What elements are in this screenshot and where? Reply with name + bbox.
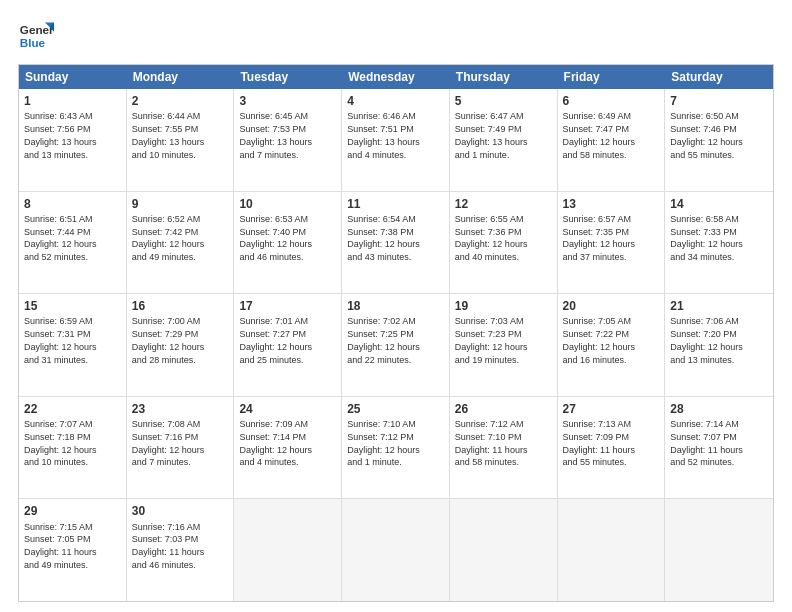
day-number: 15: [24, 298, 121, 314]
calendar-day-empty: [558, 499, 666, 601]
day-number: 13: [563, 196, 660, 212]
calendar-week-3: 15Sunrise: 6:59 AM Sunset: 7:31 PM Dayli…: [19, 294, 773, 397]
calendar-week-2: 8Sunrise: 6:51 AM Sunset: 7:44 PM Daylig…: [19, 192, 773, 295]
day-info: Sunrise: 7:01 AM Sunset: 7:27 PM Dayligh…: [239, 316, 312, 364]
day-number: 4: [347, 93, 444, 109]
day-info: Sunrise: 7:07 AM Sunset: 7:18 PM Dayligh…: [24, 419, 97, 467]
day-number: 26: [455, 401, 552, 417]
day-info: Sunrise: 7:14 AM Sunset: 7:07 PM Dayligh…: [670, 419, 743, 467]
logo: General Blue: [18, 18, 58, 54]
day-info: Sunrise: 6:50 AM Sunset: 7:46 PM Dayligh…: [670, 111, 743, 159]
calendar-day-17: 17Sunrise: 7:01 AM Sunset: 7:27 PM Dayli…: [234, 294, 342, 396]
day-info: Sunrise: 6:55 AM Sunset: 7:36 PM Dayligh…: [455, 214, 528, 262]
day-info: Sunrise: 7:05 AM Sunset: 7:22 PM Dayligh…: [563, 316, 636, 364]
day-number: 8: [24, 196, 121, 212]
calendar-day-empty: [234, 499, 342, 601]
calendar-day-28: 28Sunrise: 7:14 AM Sunset: 7:07 PM Dayli…: [665, 397, 773, 499]
calendar-day-16: 16Sunrise: 7:00 AM Sunset: 7:29 PM Dayli…: [127, 294, 235, 396]
calendar-day-4: 4Sunrise: 6:46 AM Sunset: 7:51 PM Daylig…: [342, 89, 450, 191]
day-info: Sunrise: 6:49 AM Sunset: 7:47 PM Dayligh…: [563, 111, 636, 159]
day-number: 7: [670, 93, 768, 109]
day-number: 27: [563, 401, 660, 417]
day-number: 25: [347, 401, 444, 417]
calendar-week-5: 29Sunrise: 7:15 AM Sunset: 7:05 PM Dayli…: [19, 499, 773, 601]
calendar-day-3: 3Sunrise: 6:45 AM Sunset: 7:53 PM Daylig…: [234, 89, 342, 191]
day-number: 2: [132, 93, 229, 109]
calendar-day-5: 5Sunrise: 6:47 AM Sunset: 7:49 PM Daylig…: [450, 89, 558, 191]
day-number: 23: [132, 401, 229, 417]
header-day-sunday: Sunday: [19, 65, 127, 89]
day-number: 24: [239, 401, 336, 417]
calendar-day-14: 14Sunrise: 6:58 AM Sunset: 7:33 PM Dayli…: [665, 192, 773, 294]
calendar-day-18: 18Sunrise: 7:02 AM Sunset: 7:25 PM Dayli…: [342, 294, 450, 396]
day-info: Sunrise: 6:52 AM Sunset: 7:42 PM Dayligh…: [132, 214, 205, 262]
calendar-day-29: 29Sunrise: 7:15 AM Sunset: 7:05 PM Dayli…: [19, 499, 127, 601]
day-info: Sunrise: 7:09 AM Sunset: 7:14 PM Dayligh…: [239, 419, 312, 467]
day-number: 30: [132, 503, 229, 519]
calendar-header: SundayMondayTuesdayWednesdayThursdayFrid…: [19, 65, 773, 89]
day-info: Sunrise: 7:00 AM Sunset: 7:29 PM Dayligh…: [132, 316, 205, 364]
day-number: 9: [132, 196, 229, 212]
calendar-day-empty: [450, 499, 558, 601]
day-info: Sunrise: 6:58 AM Sunset: 7:33 PM Dayligh…: [670, 214, 743, 262]
calendar-body: 1Sunrise: 6:43 AM Sunset: 7:56 PM Daylig…: [19, 89, 773, 601]
calendar-day-1: 1Sunrise: 6:43 AM Sunset: 7:56 PM Daylig…: [19, 89, 127, 191]
calendar-day-empty: [342, 499, 450, 601]
day-info: Sunrise: 6:59 AM Sunset: 7:31 PM Dayligh…: [24, 316, 97, 364]
day-number: 29: [24, 503, 121, 519]
calendar-day-20: 20Sunrise: 7:05 AM Sunset: 7:22 PM Dayli…: [558, 294, 666, 396]
day-info: Sunrise: 6:53 AM Sunset: 7:40 PM Dayligh…: [239, 214, 312, 262]
day-number: 5: [455, 93, 552, 109]
day-number: 19: [455, 298, 552, 314]
day-number: 3: [239, 93, 336, 109]
day-number: 21: [670, 298, 768, 314]
header-day-monday: Monday: [127, 65, 235, 89]
calendar-day-23: 23Sunrise: 7:08 AM Sunset: 7:16 PM Dayli…: [127, 397, 235, 499]
day-info: Sunrise: 7:16 AM Sunset: 7:03 PM Dayligh…: [132, 522, 205, 570]
day-info: Sunrise: 7:15 AM Sunset: 7:05 PM Dayligh…: [24, 522, 97, 570]
day-info: Sunrise: 6:57 AM Sunset: 7:35 PM Dayligh…: [563, 214, 636, 262]
day-info: Sunrise: 6:45 AM Sunset: 7:53 PM Dayligh…: [239, 111, 312, 159]
calendar-day-11: 11Sunrise: 6:54 AM Sunset: 7:38 PM Dayli…: [342, 192, 450, 294]
day-number: 20: [563, 298, 660, 314]
calendar-day-25: 25Sunrise: 7:10 AM Sunset: 7:12 PM Dayli…: [342, 397, 450, 499]
calendar-week-4: 22Sunrise: 7:07 AM Sunset: 7:18 PM Dayli…: [19, 397, 773, 500]
svg-text:Blue: Blue: [20, 36, 46, 49]
header-day-tuesday: Tuesday: [234, 65, 342, 89]
calendar: SundayMondayTuesdayWednesdayThursdayFrid…: [18, 64, 774, 602]
day-info: Sunrise: 6:54 AM Sunset: 7:38 PM Dayligh…: [347, 214, 420, 262]
calendar-day-7: 7Sunrise: 6:50 AM Sunset: 7:46 PM Daylig…: [665, 89, 773, 191]
day-number: 14: [670, 196, 768, 212]
header-day-saturday: Saturday: [665, 65, 773, 89]
day-number: 10: [239, 196, 336, 212]
day-info: Sunrise: 7:12 AM Sunset: 7:10 PM Dayligh…: [455, 419, 528, 467]
calendar-day-9: 9Sunrise: 6:52 AM Sunset: 7:42 PM Daylig…: [127, 192, 235, 294]
day-number: 18: [347, 298, 444, 314]
calendar-week-1: 1Sunrise: 6:43 AM Sunset: 7:56 PM Daylig…: [19, 89, 773, 192]
day-info: Sunrise: 7:10 AM Sunset: 7:12 PM Dayligh…: [347, 419, 420, 467]
day-info: Sunrise: 6:47 AM Sunset: 7:49 PM Dayligh…: [455, 111, 528, 159]
day-info: Sunrise: 7:03 AM Sunset: 7:23 PM Dayligh…: [455, 316, 528, 364]
day-info: Sunrise: 6:51 AM Sunset: 7:44 PM Dayligh…: [24, 214, 97, 262]
calendar-day-8: 8Sunrise: 6:51 AM Sunset: 7:44 PM Daylig…: [19, 192, 127, 294]
calendar-day-21: 21Sunrise: 7:06 AM Sunset: 7:20 PM Dayli…: [665, 294, 773, 396]
calendar-day-27: 27Sunrise: 7:13 AM Sunset: 7:09 PM Dayli…: [558, 397, 666, 499]
calendar-day-19: 19Sunrise: 7:03 AM Sunset: 7:23 PM Dayli…: [450, 294, 558, 396]
calendar-day-empty: [665, 499, 773, 601]
day-number: 16: [132, 298, 229, 314]
day-number: 6: [563, 93, 660, 109]
calendar-day-2: 2Sunrise: 6:44 AM Sunset: 7:55 PM Daylig…: [127, 89, 235, 191]
day-number: 12: [455, 196, 552, 212]
calendar-day-12: 12Sunrise: 6:55 AM Sunset: 7:36 PM Dayli…: [450, 192, 558, 294]
day-number: 28: [670, 401, 768, 417]
day-info: Sunrise: 6:44 AM Sunset: 7:55 PM Dayligh…: [132, 111, 205, 159]
day-info: Sunrise: 7:13 AM Sunset: 7:09 PM Dayligh…: [563, 419, 636, 467]
calendar-day-6: 6Sunrise: 6:49 AM Sunset: 7:47 PM Daylig…: [558, 89, 666, 191]
day-number: 11: [347, 196, 444, 212]
day-info: Sunrise: 7:08 AM Sunset: 7:16 PM Dayligh…: [132, 419, 205, 467]
calendar-day-13: 13Sunrise: 6:57 AM Sunset: 7:35 PM Dayli…: [558, 192, 666, 294]
calendar-day-30: 30Sunrise: 7:16 AM Sunset: 7:03 PM Dayli…: [127, 499, 235, 601]
day-info: Sunrise: 6:46 AM Sunset: 7:51 PM Dayligh…: [347, 111, 420, 159]
calendar-day-10: 10Sunrise: 6:53 AM Sunset: 7:40 PM Dayli…: [234, 192, 342, 294]
day-number: 22: [24, 401, 121, 417]
